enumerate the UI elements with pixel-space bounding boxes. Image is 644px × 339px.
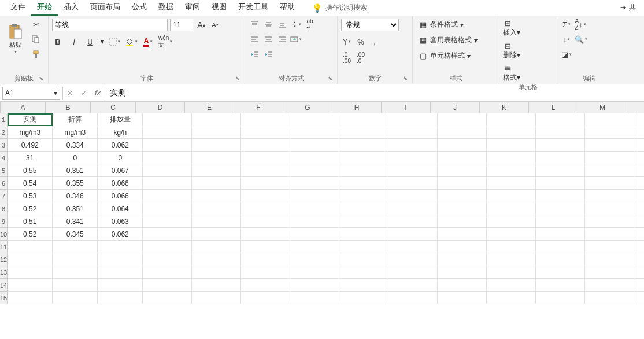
cell[interactable] xyxy=(290,177,339,190)
cell[interactable] xyxy=(192,152,241,164)
cell[interactable] xyxy=(585,139,634,152)
phonetic-button[interactable]: wén文▾ xyxy=(158,36,172,47)
dialog-launcher-icon[interactable]: ⬊ xyxy=(39,75,43,82)
row-header[interactable]: 14 xyxy=(0,279,8,292)
cell[interactable] xyxy=(634,215,644,228)
cell[interactable] xyxy=(634,266,644,279)
cell[interactable] xyxy=(143,126,192,139)
cell[interactable] xyxy=(290,139,339,152)
cell[interactable] xyxy=(98,279,143,292)
cell[interactable] xyxy=(290,266,339,279)
cell[interactable] xyxy=(143,279,192,292)
cell[interactable] xyxy=(388,139,438,152)
decrease-decimal-button[interactable]: .00.0 xyxy=(355,52,367,64)
cell[interactable] xyxy=(290,164,339,177)
cell[interactable] xyxy=(192,266,241,279)
cell[interactable] xyxy=(241,292,290,304)
cell[interactable] xyxy=(438,228,487,241)
cells-area[interactable]: 实测折算排放量mg/m3mg/m3kg/h0.4920.3340.0623100… xyxy=(8,113,644,304)
underline-button[interactable]: U xyxy=(84,36,96,47)
cell[interactable]: 0 xyxy=(53,152,98,164)
menu-文件[interactable]: 文件 xyxy=(5,0,31,16)
cell[interactable] xyxy=(585,164,634,177)
cell[interactable] xyxy=(585,266,634,279)
row-header[interactable]: 9 xyxy=(0,215,8,228)
number-format-select[interactable]: 常规 xyxy=(341,19,399,31)
cell[interactable] xyxy=(388,279,438,292)
cell[interactable] xyxy=(192,126,241,139)
cell[interactable]: mg/m3 xyxy=(53,126,98,139)
cell[interactable]: 0.492 xyxy=(8,139,53,152)
cell[interactable] xyxy=(388,202,438,215)
borders-button[interactable]: ▾ xyxy=(109,36,120,47)
delete-cells-button[interactable]: ⊟删除▾ xyxy=(503,41,520,60)
cell[interactable] xyxy=(53,253,98,266)
cell[interactable] xyxy=(98,253,143,266)
cell[interactable] xyxy=(143,164,192,177)
cell[interactable] xyxy=(143,177,192,190)
cell[interactable] xyxy=(192,279,241,292)
cell[interactable] xyxy=(8,266,53,279)
cell[interactable] xyxy=(8,241,53,253)
cell[interactable] xyxy=(241,202,290,215)
increase-indent-button[interactable] xyxy=(262,49,274,60)
cell[interactable]: 0.52 xyxy=(8,228,53,241)
cell[interactable]: 0.351 xyxy=(53,202,98,215)
col-header-A[interactable]: A xyxy=(1,102,46,113)
cell[interactable]: 0.066 xyxy=(98,190,143,202)
cell[interactable] xyxy=(634,253,644,266)
cell[interactable] xyxy=(634,202,644,215)
cell[interactable] xyxy=(339,152,388,164)
cell[interactable] xyxy=(585,279,634,292)
cell[interactable] xyxy=(585,215,634,228)
cell[interactable] xyxy=(339,266,388,279)
cell[interactable] xyxy=(487,113,536,126)
cell[interactable] xyxy=(487,279,536,292)
row-header[interactable]: 12 xyxy=(0,253,8,266)
cell[interactable] xyxy=(192,177,241,190)
row-header[interactable]: 4 xyxy=(0,152,8,164)
cell[interactable] xyxy=(192,292,241,304)
cell[interactable] xyxy=(53,292,98,304)
cell[interactable] xyxy=(634,279,644,292)
cell[interactable] xyxy=(339,164,388,177)
menu-开发工具[interactable]: 开发工具 xyxy=(232,0,274,16)
comma-button[interactable]: , xyxy=(369,36,380,47)
cell[interactable] xyxy=(192,253,241,266)
align-center-button[interactable] xyxy=(262,34,274,45)
decrease-font-button[interactable]: A▾ xyxy=(209,19,221,31)
wrap-text-button[interactable]: ab↵ xyxy=(304,19,316,30)
cell[interactable]: 0.064 xyxy=(98,202,143,215)
cell[interactable] xyxy=(536,177,585,190)
cell[interactable] xyxy=(143,190,192,202)
col-header-G[interactable]: G xyxy=(283,102,332,113)
col-header-K[interactable]: K xyxy=(480,102,529,113)
cell[interactable] xyxy=(585,126,634,139)
fill-button[interactable]: ↓▾ xyxy=(561,34,572,45)
format-cells-button[interactable]: ▤格式▾ xyxy=(503,64,520,83)
cell[interactable] xyxy=(192,139,241,152)
cell[interactable] xyxy=(536,292,585,304)
tell-me-search[interactable]: 💡 操作说明搜索 xyxy=(312,3,367,13)
col-header-F[interactable]: F xyxy=(234,102,283,113)
cell[interactable] xyxy=(634,126,644,139)
fill-color-button[interactable]: ▾ xyxy=(125,36,138,47)
cell[interactable] xyxy=(536,202,585,215)
cell[interactable] xyxy=(487,266,536,279)
cell[interactable] xyxy=(290,228,339,241)
cell[interactable] xyxy=(53,279,98,292)
menu-开始[interactable]: 开始 xyxy=(31,0,58,16)
orientation-button[interactable]: ⤹▾ xyxy=(290,19,302,30)
row-header[interactable]: 13 xyxy=(0,266,8,279)
cell[interactable] xyxy=(585,202,634,215)
cell[interactable] xyxy=(634,113,644,126)
menu-页面布局[interactable]: 页面布局 xyxy=(84,0,126,16)
cell[interactable] xyxy=(487,241,536,253)
cell[interactable] xyxy=(290,241,339,253)
dialog-launcher-icon[interactable]: ⬊ xyxy=(328,75,332,82)
menu-数据[interactable]: 数据 xyxy=(153,0,179,16)
cell[interactable] xyxy=(339,279,388,292)
cell[interactable]: 0.341 xyxy=(53,215,98,228)
cell[interactable] xyxy=(388,215,438,228)
cell[interactable] xyxy=(438,139,487,152)
